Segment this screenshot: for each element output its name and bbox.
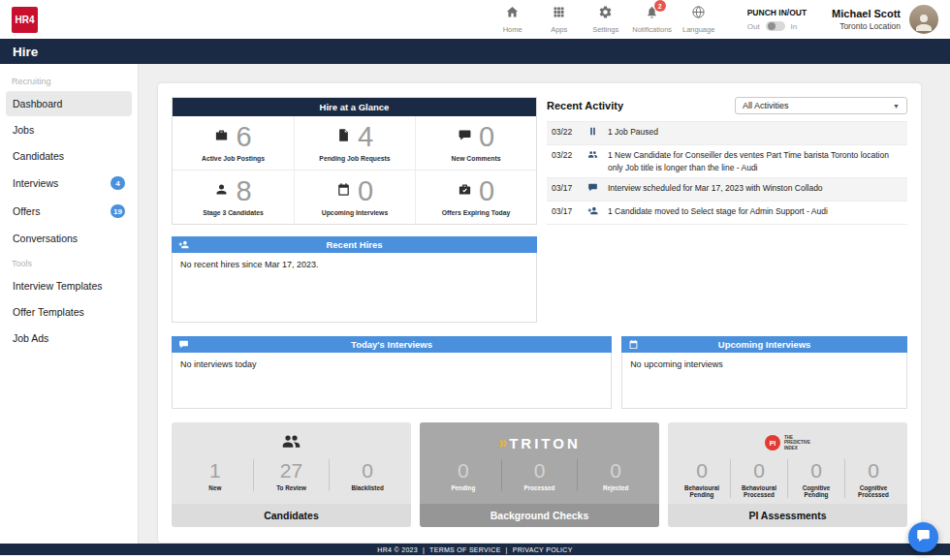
punch-out-label: Out xyxy=(747,22,760,31)
sidebar-item-label: Job Ads xyxy=(13,332,48,344)
candidates-card-title: Candidates xyxy=(172,504,411,527)
pi-stat-behavioural-pending: 0 Behavioural Pending xyxy=(674,459,731,498)
recent-hires-panel: Recent Hires No recent hires since Mar 1… xyxy=(172,236,537,323)
avatar[interactable] xyxy=(909,5,938,34)
bgcheck-stat-pending: 0 Pending xyxy=(426,459,502,491)
candidates-summary-card[interactable]: 1 New 27 To Review 0 Blacklisted xyxy=(172,422,411,527)
hr4-logo[interactable]: HR4 xyxy=(12,7,38,33)
pi-assessments-card[interactable]: PI THE PREDICTIVE INDEX 0 Behavioural Pe… xyxy=(668,422,907,527)
nav-language[interactable]: Language xyxy=(676,5,722,34)
glance-stat-pending-job-requests[interactable]: 4 Pending Job Requests xyxy=(294,116,415,170)
bgcheck-stat-processed: 0 Processed xyxy=(502,459,579,491)
sidebar-item-interviews[interactable]: Interviews 4 xyxy=(6,170,132,197)
stat-label: Processed xyxy=(504,484,576,491)
sidebar-item-job-ads[interactable]: Job Ads xyxy=(6,326,132,351)
recent-hires-body: No recent hires since Mar 17, 2023. xyxy=(172,253,537,323)
sidebar-item-jobs[interactable]: Jobs xyxy=(6,117,132,142)
stat-label: Offers Expiring Today xyxy=(442,209,511,216)
sidebar-item-candidates[interactable]: Candidates xyxy=(6,143,132,169)
top-nav: Home Apps Settings 2 Notifications Langu… xyxy=(490,5,722,34)
stat-value: 0 xyxy=(733,459,785,482)
privacy-policy-link[interactable]: PRIVACY POLICY xyxy=(513,546,573,553)
home-icon xyxy=(505,5,520,23)
user-location: Toronto Location xyxy=(832,21,901,31)
background-checks-card-title: Background Checks xyxy=(420,504,659,527)
sidebar-item-offers[interactable]: Offers 19 xyxy=(6,198,132,225)
background-checks-card[interactable]: » TRITON 0 Pending 0 Processed xyxy=(420,422,659,527)
upcoming-interviews-title: Upcoming Interviews xyxy=(718,339,811,350)
stat-label: Rejected xyxy=(580,484,651,491)
activity-date: 03/17 xyxy=(547,178,582,202)
activity-filter-value: All Activities xyxy=(743,101,789,110)
nav-notifications[interactable]: 2 Notifications xyxy=(629,5,676,34)
sidebar: Recruiting Dashboard Jobs Candidates Int… xyxy=(0,64,139,544)
stat-label: New xyxy=(179,484,251,491)
glance-stat-upcoming-interviews[interactable]: 0 Upcoming Interviews xyxy=(294,170,415,224)
pi-logo-line3: INDEX xyxy=(784,446,810,451)
activity-text: 1 Candidate moved to Select stage for Ad… xyxy=(603,202,907,225)
glance-stat-stage-3-candidates[interactable]: 8 Stage 3 Candidates xyxy=(173,170,294,224)
activity-date: 03/17 xyxy=(547,202,582,225)
briefcase-icon xyxy=(214,128,229,146)
activity-row: 03/17 Interview scheduled for Mar 17, 20… xyxy=(547,178,907,202)
stat-value: 0 xyxy=(358,177,373,205)
stat-value: 0 xyxy=(580,459,651,482)
user-menu[interactable]: Michael Scott Toronto Location xyxy=(832,5,938,34)
sidebar-item-conversations[interactable]: Conversations xyxy=(6,226,132,251)
activity-date: 03/22 xyxy=(547,144,582,178)
nav-home-label: Home xyxy=(503,25,522,34)
sidebar-item-label: Interviews xyxy=(13,177,58,189)
triton-wordmark: TRITON xyxy=(509,435,581,451)
candidates-stat-blacklisted: 0 Blacklisted xyxy=(330,459,405,491)
chat-launcher-button[interactable] xyxy=(908,522,938,552)
upcoming-interviews-empty-text: No upcoming interviews xyxy=(630,359,723,369)
triton-chevrons: » xyxy=(498,434,505,451)
predictive-index-logo: PI THE PREDICTIVE INDEX xyxy=(765,431,810,454)
stat-value: 4 xyxy=(358,123,373,151)
glance-stat-new-comments[interactable]: 0 New Comments xyxy=(415,116,536,170)
activity-filter-select[interactable]: All Activities ▼ xyxy=(735,97,907,114)
stat-value: 0 xyxy=(504,459,576,482)
nav-language-label: Language xyxy=(682,25,714,34)
stat-label: Cognitive Processed xyxy=(847,484,900,498)
sidebar-item-label: Conversations xyxy=(13,233,78,244)
pi-stat-cognitive-pending: 0 Cognitive Pending xyxy=(788,459,845,498)
sidebar-item-dashboard[interactable]: Dashboard xyxy=(6,91,132,116)
activity-text: 1 New Candidate for Conseiller des vente… xyxy=(603,144,907,178)
globe-icon xyxy=(691,5,706,23)
nav-settings[interactable]: Settings xyxy=(583,5,629,34)
glance-stat-offers-expiring-today[interactable]: 0 Offers Expiring Today xyxy=(415,170,536,224)
pi-logo-circle: PI xyxy=(765,435,780,451)
comment-icon xyxy=(458,128,472,146)
stat-value: 8 xyxy=(236,177,251,205)
stat-label: Cognitive Pending xyxy=(790,484,842,498)
sidebar-item-interview-templates[interactable]: Interview Templates xyxy=(6,273,132,298)
nav-home[interactable]: Home xyxy=(490,5,536,34)
terms-of-service-link[interactable]: TERMS OF SERVICE xyxy=(429,546,501,553)
footer-separator: | xyxy=(506,546,508,553)
pi-logo-line2: PREDICTIVE xyxy=(784,440,810,446)
nav-apps[interactable]: Apps xyxy=(536,5,583,34)
sidebar-item-label: Dashboard xyxy=(13,98,62,109)
page-title: Hire xyxy=(13,45,38,59)
glance-panel-title: Hire at a Glance xyxy=(173,98,536,116)
punch-toggle[interactable] xyxy=(766,21,785,31)
recent-hires-title: Recent Hires xyxy=(326,239,382,250)
module-title-bar: Hire xyxy=(0,39,950,64)
glance-stat-active-job-postings[interactable]: 6 Active Job Postings xyxy=(173,116,294,170)
nav-notifications-label: Notifications xyxy=(632,25,672,34)
stat-value: 27 xyxy=(256,459,328,482)
recent-activity-title: Recent Activity xyxy=(547,100,623,111)
stat-value: 0 xyxy=(428,459,499,482)
punch-title: PUNCH IN/OUT xyxy=(747,8,807,17)
sidebar-item-offer-templates[interactable]: Offer Templates xyxy=(6,299,132,325)
stat-label: Upcoming Interviews xyxy=(322,209,388,216)
stat-value: 0 xyxy=(479,177,494,205)
pause-icon xyxy=(582,122,603,145)
sidebar-item-label: Candidates xyxy=(13,150,64,162)
sidebar-section-recruiting: Recruiting xyxy=(0,70,138,90)
sidebar-item-label: Offers xyxy=(13,205,40,217)
sidebar-item-label: Jobs xyxy=(13,124,34,136)
recent-activity-panel: Recent Activity All Activities ▼ 03/22 1… xyxy=(547,97,907,323)
stat-value: 0 xyxy=(847,459,900,482)
